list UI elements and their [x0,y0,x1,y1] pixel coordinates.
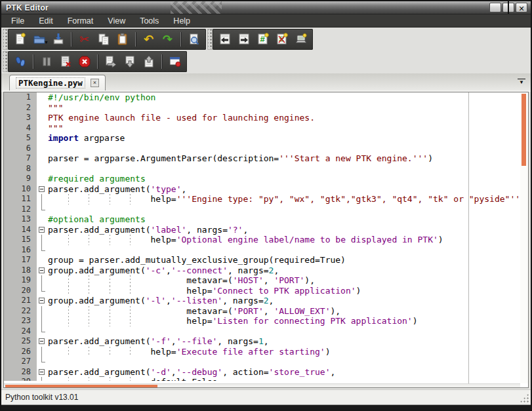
indent-toolbar-panel: ## [213,29,313,50]
code-line[interactable]: 19 metavar=('HOST', 'PORT'), [4,275,528,286]
code-line[interactable]: 13#optional arguments [4,214,528,225]
tab-list-dropdown-icon[interactable]: ▼ [518,79,525,86]
toolbar-separator [180,32,181,47]
horizontal-scrollbar-thumb[interactable] [5,385,157,387]
resize-grip[interactable] [520,393,529,402]
new-file-icon [13,32,28,47]
copy-button[interactable] [94,31,112,49]
code-line[interactable]: 4""" [4,123,528,134]
line-number: 12 [4,205,37,215]
fold-toggle-icon[interactable] [37,367,48,378]
dedent-button[interactable] [216,31,234,49]
menu-tools[interactable]: Tools [133,15,166,27]
maximize-button[interactable] [502,3,514,12]
debug-window-icon [168,54,182,69]
menu-format[interactable]: Format [60,15,101,27]
code-line[interactable]: 21group.add_argument('-l','--listen', na… [4,296,528,306]
code-text [48,164,528,174]
stop-icon [77,54,92,69]
code-line[interactable]: 11 help='''Engine type: "py", "wx", "gtk… [4,194,528,205]
code-line[interactable]: 29 default=False, [4,377,528,381]
find-button[interactable] [185,31,203,49]
menu-edit[interactable]: Edit [31,15,60,27]
code-line[interactable]: 28parser.add_argument('-d','--debug', ac… [4,367,528,378]
clear-console-button[interactable] [56,53,74,71]
code-line[interactable]: 26 help='Execute file after starting') [4,347,528,357]
tab-ptkengine[interactable]: PTKengine.pyw × [9,75,106,90]
code-line[interactable]: 3PTK engine launch file - used for launc… [4,113,528,123]
code-line[interactable]: 5import argparse [4,133,528,144]
code-line[interactable]: 9#required arguments [4,174,528,184]
code-line[interactable]: 8 [4,164,528,174]
uncomment-button[interactable]: # [273,31,291,49]
console-toolbar-grip[interactable] [3,51,8,72]
code-text: help='Execute file after starting') [48,347,528,357]
fold-margin [37,347,48,357]
undo-button[interactable]: ↶ [140,31,157,49]
indent-toolbar-grip[interactable] [207,29,213,50]
line-number: 4 [4,123,37,134]
export-file-button[interactable] [140,53,157,71]
save-file-button[interactable] [49,31,67,49]
fold-toggle-icon[interactable] [37,296,48,306]
code-line[interactable]: 16 [4,245,528,256]
horizontal-scrollbar[interactable] [4,383,520,387]
long-line-margin [468,92,469,383]
code-line[interactable]: 24 [4,326,528,337]
code-line[interactable]: 12 [4,205,528,215]
paste-button[interactable] [113,31,131,49]
code-line[interactable]: 27 [4,357,528,367]
line-number: 28 [4,367,37,378]
run-file-button[interactable] [102,53,119,71]
vertical-scrollbar-thumb[interactable] [522,94,526,166]
run-script-button[interactable] [292,31,310,49]
console-toolbar-panel [8,51,187,72]
line-number: 22 [4,306,37,317]
vertical-scrollbar[interactable] [520,92,528,383]
tab-close-button[interactable]: × [91,79,99,87]
code-line[interactable]: 23 help='Listen for connecting PTK appli… [4,316,528,326]
toolbar-separator [33,54,33,69]
code-text: parser.add_argument('-d','--debug', acti… [48,367,528,378]
comment-button[interactable]: # [254,31,272,49]
code-line[interactable]: 20 help='Connect to PTK application') [4,286,528,296]
close-button[interactable]: ✕ [516,3,527,12]
fold-toggle-icon[interactable] [37,336,48,347]
code-line[interactable]: 17group = parser.add_mutually_exclusive_… [4,255,528,265]
redo-button[interactable]: ↷ [159,31,176,49]
import-file-button[interactable] [121,53,138,71]
code-line[interactable]: 1#!/usr/bin/env python [4,92,528,103]
menu-help[interactable]: Help [166,15,197,27]
fold-margin [37,133,48,144]
clear-console-icon [58,54,73,69]
code-line[interactable]: 18group.add_argument('-c','--connect', n… [4,265,528,276]
code-line[interactable]: 22 metavar=('PORT', 'ALLOW_EXT'), [4,306,528,317]
code-line[interactable]: 25parser.add_argument('-f','--file', nar… [4,336,528,347]
fold-toggle-icon[interactable] [37,225,48,235]
menu-view[interactable]: View [100,15,133,27]
cut-button[interactable]: ✂ [75,31,93,49]
stop-button[interactable] [75,53,93,71]
fold-toggle-icon[interactable] [37,265,48,276]
file-toolbar-grip[interactable] [3,29,8,50]
minimize-button[interactable] [489,3,501,12]
code-editor[interactable]: 1#!/usr/bin/env python2"""3PTK engine la… [3,92,529,388]
code-line[interactable]: 14parser.add_argument('label', nargs='?'… [4,225,528,235]
code-line[interactable]: 10parser.add_argument('type', [4,184,528,195]
debug-window-button[interactable] [166,53,184,71]
code-line[interactable]: 2""" [4,103,528,113]
menu-file[interactable]: File [4,15,31,27]
new-file-button[interactable] [11,31,29,49]
titlebar[interactable]: PTK Editor ✕ [1,1,531,14]
import-file-icon [123,54,137,69]
fold-margin [37,92,48,103]
code-line[interactable]: 15 help='Optional engine label/name to b… [4,235,528,245]
indent-button[interactable] [235,31,253,49]
code-line[interactable]: 7parser = argparse.ArgumentParser(descri… [4,153,528,164]
console-button[interactable] [11,53,29,71]
fold-toggle-icon[interactable] [37,184,48,195]
code-line[interactable]: 6 [4,144,528,154]
pause-button[interactable] [37,53,55,71]
open-file-button[interactable]: ▼ [30,31,48,49]
toolbar-separator [161,54,162,69]
